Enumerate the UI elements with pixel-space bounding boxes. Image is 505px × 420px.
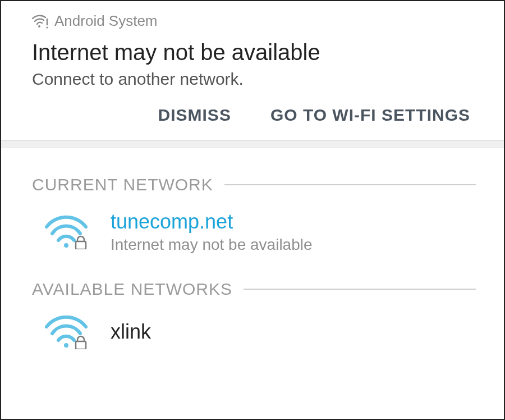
network-status: Internet may not be available — [111, 236, 313, 254]
panel-separator — [1, 140, 504, 148]
section-rule — [244, 289, 476, 290]
wifi-settings-button[interactable]: GO TO WI-FI SETTINGS — [270, 106, 470, 125]
wifi-settings-panel: CURRENT NETWORK tunecomp.net Internet ma… — [1, 148, 504, 365]
svg-point-5 — [64, 343, 68, 348]
notification-header: Android System — [32, 12, 476, 30]
notification-subtitle: Connect to another network. — [32, 70, 476, 89]
current-network-section-header: CURRENT NETWORK — [32, 175, 476, 194]
available-networks-section-header: AVAILABLE NETWORKS — [32, 280, 476, 299]
available-network-row[interactable]: xlink — [32, 304, 476, 365]
svg-point-0 — [38, 25, 40, 28]
notification-title: Internet may not be available — [32, 40, 476, 65]
svg-point-3 — [64, 243, 68, 248]
system-notification: Android System Internet may not be avail… — [1, 1, 504, 140]
section-label: AVAILABLE NETWORKS — [32, 280, 232, 299]
notification-source: Android System — [54, 12, 158, 30]
section-label: CURRENT NETWORK — [32, 175, 213, 194]
network-name: xlink — [111, 320, 151, 344]
svg-rect-6 — [76, 341, 86, 349]
network-text: xlink — [111, 320, 151, 344]
network-text: tunecomp.net Internet may not be availab… — [111, 210, 313, 254]
dismiss-button[interactable]: DISMISS — [158, 106, 231, 125]
wifi-secured-icon — [44, 314, 88, 349]
notification-actions: DISMISS GO TO WI-FI SETTINGS — [32, 106, 476, 135]
section-rule — [224, 184, 476, 185]
wifi-secured-icon — [44, 214, 88, 249]
svg-point-2 — [46, 26, 48, 28]
svg-rect-4 — [76, 241, 86, 249]
wifi-alert-icon — [32, 14, 49, 29]
current-network-row[interactable]: tunecomp.net Internet may not be availab… — [32, 200, 476, 270]
network-name: tunecomp.net — [111, 210, 313, 234]
